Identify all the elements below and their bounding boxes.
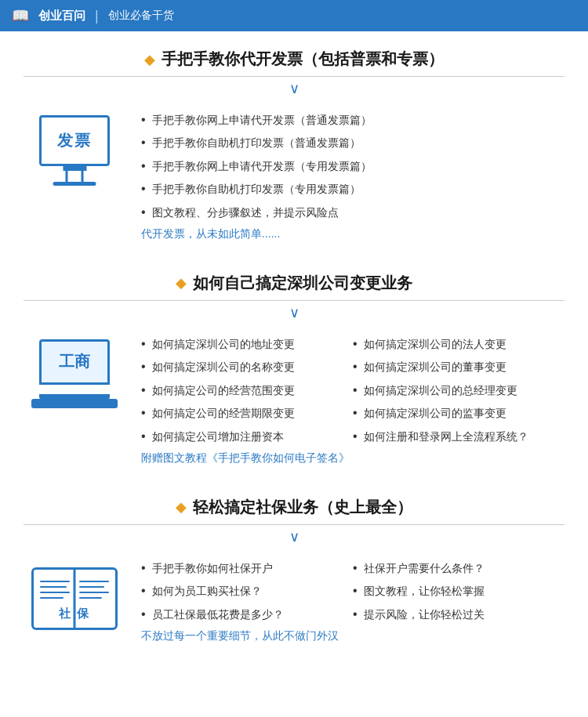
section1-content: 发票 手把手教你网上申请代开发票（普通发票篇） 手把手教你自助机打印发票（普通发… [0, 103, 588, 255]
section2-link[interactable]: 附赠图文教程《手把手教你如何电子签名》 [141, 451, 350, 464]
book-outer: 社 保 [31, 567, 118, 630]
header-subtitle: 创业必备干货 [108, 9, 174, 23]
list-item: 图文教程、分步骤叙述，并提示风险点 [141, 204, 564, 221]
divider-3 [24, 524, 564, 525]
header-brand: 创业百问 [38, 9, 85, 24]
list-item: 手把手教你自助机打印发票（专用发票篇） [141, 180, 564, 197]
section3-content: 社 保 手把手教你如何社保开户 如何为员工购买社保？ 员工社保最低花费是多少？ … [0, 552, 588, 657]
arrow-down-1: ∨ [0, 81, 588, 96]
section3-link[interactable]: 不放过每一个重要细节，从此不做门外汉 [141, 629, 339, 642]
section3-left-col: 手把手教你如何社保开户 如何为员工购买社保？ 员工社保最低花费是多少？ [141, 559, 353, 629]
divider-2 [24, 300, 564, 301]
section2-left-col: 如何搞定深圳公司的地址变更 如何搞定深圳公司的名称变更 如何搞定公司的经营范围变… [141, 335, 353, 451]
list-item: 如何搞定深圳公司的法人变更 [353, 335, 564, 353]
shebao-label: 社 保 [59, 607, 90, 621]
gongshang-illustration: 工商 [24, 335, 125, 410]
section2-two-col: 如何搞定深圳公司的地址变更 如何搞定深圳公司的名称变更 如何搞定公司的经营范围变… [141, 335, 564, 451]
divider-1 [24, 76, 564, 77]
header-book-icon: 📖 [12, 7, 29, 24]
section2-text-area: 如何搞定深圳公司的地址变更 如何搞定深圳公司的名称变更 如何搞定公司的经营范围变… [141, 335, 564, 465]
list-item: 如何搞定深圳公司的董事变更 [353, 358, 564, 375]
arrow-down-2: ∨ [0, 306, 588, 320]
list-item: 如何搞定深圳公司的地址变更 [141, 335, 353, 353]
section1-text-area: 手把手教你网上申请代开发票（普通发票篇） 手把手教你自助机打印发票（普通发票篇）… [141, 111, 564, 241]
section1-bullet-list: 手把手教你网上申请代开发票（普通发票篇） 手把手教你自助机打印发票（普通发票篇）… [141, 111, 564, 221]
section3-title: 轻松搞定社保业务（史上最全） [193, 497, 412, 518]
gongshang-icon: 工商 [31, 339, 118, 410]
list-item: 手把手教你网上申请代开发票（专用发票篇） [141, 158, 564, 175]
section3-left-list: 手把手教你如何社保开户 如何为员工购买社保？ 员工社保最低花费是多少？ [141, 559, 353, 623]
section1-title-row: ◆ 手把手教你代开发票（包括普票和专票） [0, 31, 588, 76]
fapiao-illustration: 发票 [24, 111, 125, 186]
laptop-screen-label: 工商 [59, 351, 90, 372]
section2-right-list: 如何搞定深圳公司的法人变更 如何搞定深圳公司的董事变更 如何搞定深圳公司的总经理… [353, 335, 564, 445]
book-left-pages [40, 581, 70, 603]
section2-content: 工商 如何搞定深圳公司的地址变更 如何搞定深圳公司的名称变更 如何搞定公司的经营… [0, 328, 588, 480]
shebao-illustration: 社 保 [24, 559, 125, 634]
fapiao-stand [53, 166, 96, 186]
list-item: 手把手教你如何社保开户 [141, 559, 353, 577]
section3-two-col: 手把手教你如何社保开户 如何为员工购买社保？ 员工社保最低花费是多少？ 社保开户… [141, 559, 564, 629]
arrow-down-3: ∨ [0, 530, 588, 544]
section1-link[interactable]: 代开发票，从未如此简单...... [141, 227, 280, 240]
section2-left-list: 如何搞定深圳公司的地址变更 如何搞定深圳公司的名称变更 如何搞定公司的经营范围变… [141, 335, 353, 445]
section2-right-col: 如何搞定深圳公司的法人变更 如何搞定深圳公司的董事变更 如何搞定深圳公司的总经理… [353, 335, 564, 451]
list-item: 图文教程，让你轻松掌握 [353, 582, 564, 599]
list-item: 手把手教你自助机打印发票（普通发票篇） [141, 134, 564, 151]
list-item: 如何搞定公司增加注册资本 [141, 428, 353, 445]
section2-title-row: ◆ 如何自己搞定深圳公司变更业务 [0, 255, 588, 300]
book-right-pages [79, 581, 109, 603]
list-item: 如何搞定深圳公司的名称变更 [141, 358, 353, 375]
list-item: 如何搞定公司的经营期限变更 [141, 404, 353, 422]
diamond-icon-1: ◆ [144, 51, 155, 68]
laptop-screen: 工商 [39, 339, 110, 385]
fapiao-board: 发票 [39, 115, 110, 166]
header-divider: | [95, 8, 99, 24]
list-item: 如何搞定深圳公司的总经理变更 [353, 382, 564, 399]
diamond-icon-3: ◆ [176, 498, 187, 516]
section2-title: 如何自己搞定深圳公司变更业务 [193, 273, 412, 294]
section3-title-row: ◆ 轻松搞定社保业务（史上最全） [0, 480, 588, 524]
list-item: 手把手教你网上申请代开发票（普通发票篇） [141, 111, 564, 129]
list-item: 如何搞定深圳公司的监事变更 [353, 404, 564, 422]
list-item: 社保开户需要什么条件？ [353, 559, 564, 577]
diamond-icon-2: ◆ [176, 274, 187, 292]
section1-title: 手把手教你代开发票（包括普票和专票） [162, 49, 444, 70]
fapiao-board-label: 发票 [57, 130, 92, 151]
list-item: 如何为员工购买社保？ [141, 582, 353, 599]
section3-right-list: 社保开户需要什么条件？ 图文教程，让你轻松掌握 提示风险，让你轻松过关 [353, 559, 564, 623]
shebao-icon: 社 保 [27, 563, 122, 634]
list-item: 如何搞定公司的经营范围变更 [141, 382, 353, 399]
list-item: 如何注册和登录网上全流程系统？ [353, 428, 564, 445]
list-item: 提示风险，让你轻松过关 [353, 606, 564, 623]
section3-right-col: 社保开户需要什么条件？ 图文教程，让你轻松掌握 提示风险，让你轻松过关 [353, 559, 564, 629]
section3-text-area: 手把手教你如何社保开户 如何为员工购买社保？ 员工社保最低花费是多少？ 社保开户… [141, 559, 564, 643]
header: 📖 创业百问 | 创业必备干货 [0, 0, 588, 31]
fapiao-icon: 发票 [31, 115, 118, 186]
laptop-base [31, 399, 118, 408]
list-item: 员工社保最低花费是多少？ [141, 606, 353, 623]
